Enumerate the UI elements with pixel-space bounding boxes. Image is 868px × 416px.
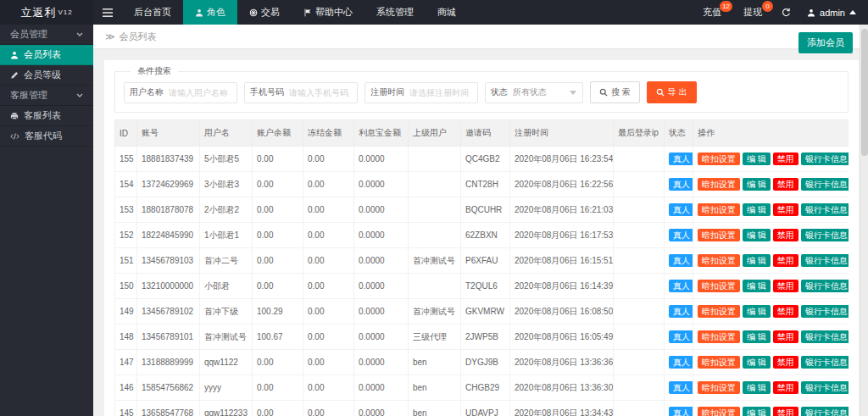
sidebar-group-0[interactable]: 会员管理 xyxy=(0,25,93,45)
status-badge[interactable]: 真人 xyxy=(669,381,693,394)
column-header-5: 利息宝金额 xyxy=(354,120,409,147)
action-bankcard-info[interactable]: 银行卡信息 xyxy=(801,254,849,267)
action-deduct-settings[interactable]: 暗扣设置 xyxy=(698,305,740,318)
chevron-down-icon xyxy=(76,32,83,36)
nav-item-5[interactable]: 商城 xyxy=(426,0,468,25)
action-edit[interactable]: 编 辑 xyxy=(743,254,771,267)
status-badge[interactable]: 真人 xyxy=(669,203,693,216)
cell-id: 146 xyxy=(115,375,137,401)
action-bankcard-info[interactable]: 银行卡信息 xyxy=(801,203,849,216)
action-disable[interactable]: 禁用 xyxy=(773,280,798,292)
action-bankcard-info[interactable]: 银行卡信息 xyxy=(801,178,849,191)
action-disable[interactable]: 禁用 xyxy=(773,381,798,394)
action-disable[interactable]: 禁用 xyxy=(773,254,798,267)
table-body: 155188818374395小邵君50.000.000.0000QC4GB22… xyxy=(115,147,849,416)
status-badge[interactable]: 真人 xyxy=(669,356,693,369)
sidebar-item-4[interactable]: 客服列表 xyxy=(0,106,93,126)
status-badge[interactable]: 真人 xyxy=(669,178,693,191)
status-badge[interactable]: 真人 xyxy=(669,330,693,343)
username-input[interactable] xyxy=(169,88,236,97)
scrollbar-thumb[interactable] xyxy=(861,29,868,156)
action-disable[interactable]: 禁用 xyxy=(773,330,798,343)
cell-status: 真人 xyxy=(665,172,693,197)
action-bankcard-info[interactable]: 银行卡信息 xyxy=(801,407,849,416)
action-deduct-settings[interactable]: 暗扣设置 xyxy=(698,330,740,343)
withdraw-link[interactable]: 提现 0 xyxy=(732,0,773,25)
action-bankcard-info[interactable]: 银行卡信息 xyxy=(801,330,849,343)
nav-item-0[interactable]: 后台首页 xyxy=(122,0,183,25)
sidebar-item-1[interactable]: 会员列表 xyxy=(0,45,93,65)
action-deduct-settings[interactable]: 暗扣设置 xyxy=(698,229,740,241)
action-bankcard-info[interactable]: 银行卡信息 xyxy=(801,381,849,394)
cell-parent xyxy=(409,197,461,223)
sidebar-group-3[interactable]: 客服管理 xyxy=(0,86,93,106)
username-label: 用户名称 xyxy=(125,86,169,98)
action-disable[interactable]: 禁用 xyxy=(773,178,798,191)
action-bankcard-info[interactable]: 银行卡信息 xyxy=(801,229,849,241)
nav-item-2[interactable]: 交易 xyxy=(237,0,292,25)
status-badge[interactable]: 真人 xyxy=(669,305,693,318)
action-edit[interactable]: 编 辑 xyxy=(743,203,771,216)
export-button[interactable]: 导 出 xyxy=(647,81,697,103)
cell-last-ip xyxy=(614,172,665,197)
status-select[interactable]: 所有状态 xyxy=(513,86,582,98)
sidebar-item-5[interactable]: 客服代码 xyxy=(0,126,93,147)
action-bankcard-info[interactable]: 银行卡信息 xyxy=(801,153,849,165)
action-disable[interactable]: 禁用 xyxy=(773,356,798,369)
cell-parent xyxy=(409,147,461,172)
menu-toggle[interactable] xyxy=(93,0,122,25)
cell-status: 真人 xyxy=(665,324,693,350)
action-deduct-settings[interactable]: 暗扣设置 xyxy=(698,407,740,416)
action-disable[interactable]: 禁用 xyxy=(773,153,798,165)
sidebar-item-2[interactable]: 会员等级 xyxy=(0,65,93,86)
person-icon xyxy=(195,8,203,17)
add-member-button[interactable]: 添加会员 xyxy=(798,32,853,53)
action-deduct-settings[interactable]: 暗扣设置 xyxy=(698,356,740,369)
action-deduct-settings[interactable]: 暗扣设置 xyxy=(698,280,740,292)
cell-actions: 暗扣设置编 辑禁用银行卡信息地址信息 xyxy=(693,350,849,375)
sidebar: 会员管理会员列表会员等级客服管理客服列表客服代码 xyxy=(0,25,93,416)
status-badge[interactable]: 真人 xyxy=(669,153,693,165)
action-edit[interactable]: 编 辑 xyxy=(743,381,771,394)
refresh-button[interactable] xyxy=(773,0,798,25)
action-disable[interactable]: 禁用 xyxy=(773,407,798,416)
action-edit[interactable]: 编 辑 xyxy=(743,178,771,191)
action-disable[interactable]: 禁用 xyxy=(773,203,798,216)
action-deduct-settings[interactable]: 暗扣设置 xyxy=(698,153,740,165)
action-disable[interactable]: 禁用 xyxy=(773,305,798,318)
action-bankcard-info[interactable]: 银行卡信息 xyxy=(801,280,849,292)
action-disable[interactable]: 禁用 xyxy=(773,229,798,241)
top-nav: 后台首页角色交易帮助中心系统管理商城 xyxy=(122,0,468,25)
status-badge[interactable]: 真人 xyxy=(669,407,693,416)
action-edit[interactable]: 编 辑 xyxy=(743,305,771,318)
action-edit[interactable]: 编 辑 xyxy=(743,153,771,165)
status-badge[interactable]: 真人 xyxy=(669,280,693,292)
status-badge[interactable]: 真人 xyxy=(669,229,693,241)
action-edit[interactable]: 编 辑 xyxy=(743,356,771,369)
recharge-link[interactable]: 充值 12 xyxy=(692,0,732,25)
action-deduct-settings[interactable]: 暗扣设置 xyxy=(698,203,740,216)
action-deduct-settings[interactable]: 暗扣设置 xyxy=(698,254,740,267)
action-bankcard-info[interactable]: 银行卡信息 xyxy=(801,305,849,318)
search-button[interactable]: 搜 索 xyxy=(590,81,640,103)
page-scrollbar[interactable] xyxy=(860,25,868,416)
action-deduct-settings[interactable]: 暗扣设置 xyxy=(698,178,740,191)
user-menu[interactable]: admin xyxy=(798,0,868,25)
action-edit[interactable]: 编 辑 xyxy=(743,280,771,292)
nav-item-4[interactable]: 系统管理 xyxy=(364,0,426,25)
action-bankcard-info[interactable]: 银行卡信息 xyxy=(801,356,849,369)
nav-item-1[interactable]: 角色 xyxy=(183,0,237,25)
nav-item-3[interactable]: 帮助中心 xyxy=(292,0,364,25)
cell-lixibao: 0.0000 xyxy=(354,324,409,350)
cell-regtime: 2020年08月06日 16:17:53 xyxy=(510,223,614,248)
action-edit[interactable]: 编 辑 xyxy=(743,407,771,416)
action-edit[interactable]: 编 辑 xyxy=(743,229,771,241)
action-deduct-settings[interactable]: 暗扣设置 xyxy=(698,381,740,394)
table-header-row: ID账号用户名账户余额冻结金额利息宝金额上级用户邀请码注册时间最后登录ip状态操… xyxy=(115,120,849,147)
cell-status: 真人 xyxy=(665,147,693,172)
cell-lixibao: 0.0000 xyxy=(354,375,409,401)
regtime-input[interactable] xyxy=(409,88,477,97)
phone-input[interactable] xyxy=(289,88,357,97)
action-edit[interactable]: 编 辑 xyxy=(743,330,771,343)
status-badge[interactable]: 真人 xyxy=(669,254,693,267)
